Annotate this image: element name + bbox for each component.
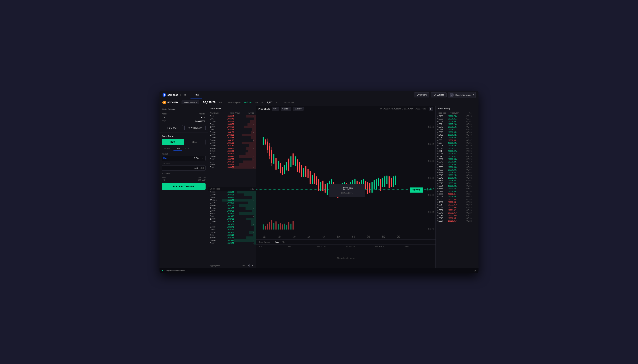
order-book-bid-row[interactable]: 25.3000 10333.00 - <box>208 199 256 202</box>
order-book-ask-row[interactable]: 0.0047 10343.75 - <box>208 128 256 131</box>
order-book-ask-row[interactable]: 0.2999 10344.35 - <box>208 120 256 123</box>
tab-fills[interactable]: Fills <box>282 241 285 243</box>
order-book-bid-row[interactable]: 1.2904 10329.35 - <box>208 207 256 210</box>
tab-open[interactable]: Open <box>275 241 279 243</box>
trade-history-row[interactable]: 0.2968 10336.80 ↗ 9:49:06 <box>436 166 478 168</box>
trade-history-row[interactable]: 0.0047 10338.05 ↗ 9:50:02 <box>436 120 478 123</box>
advanced-toggle[interactable]: Advanced ▾ <box>162 172 206 175</box>
order-book-bid-row[interactable]: 0.0999 10329.25 - <box>208 210 256 212</box>
order-book-bid-row[interactable]: 0.05 10325.75 - <box>208 234 256 236</box>
order-book-ask-row[interactable]: 3.0000 10339.25 - <box>208 155 256 158</box>
order-book-ask-row[interactable]: 2.0000 10341.95 - <box>208 142 256 144</box>
trade-history-row[interactable]: 0.3442 10336.83 ↗ 9:48:54 <box>436 190 478 193</box>
trade-history-row[interactable]: 0.0048 10332.95 ↘ 9:48:28 <box>436 212 478 214</box>
order-book-bid-row[interactable]: 0.001 10328.15 - <box>208 215 256 218</box>
market-tab[interactable]: MARKET <box>162 147 174 151</box>
order-book-bid-row[interactable]: 0.0037 10326.45 - <box>208 226 256 228</box>
trade-history-row[interactable]: 0.0952 10336.81 ↗ 9:50:14 <box>436 118 478 120</box>
order-book-bid-row[interactable]: 0.0984 10333.50 - <box>208 196 256 199</box>
trade-history-row[interactable]: 0.0076 10335.00 ↗ 9:49:02 <box>436 182 478 185</box>
trade-history-row[interactable]: 0.0023 10336.42 ↗ 9:48:53 <box>436 196 478 198</box>
trade-history-row[interactable]: 0.0093 10338.27 ↗ 9:49:28 <box>436 147 478 150</box>
max-button[interactable]: Max <box>163 157 167 159</box>
select-market-button[interactable]: Select Market ▾ <box>182 100 199 104</box>
order-book-bid-row[interactable]: 3.0000 10331.00 - <box>208 204 256 207</box>
order-book-ask-row[interactable]: 0.0688 10342.15 - <box>208 139 256 142</box>
trade-history-row[interactable]: 0.001 10332.95 ↘ 9:48:50 <box>436 204 478 206</box>
order-book-bid-row[interactable]: 0.7599 10332.90 - <box>208 202 256 204</box>
order-book-ask-row[interactable]: 2.0000 10342.85 - <box>208 134 256 136</box>
order-book-ask-row[interactable]: 0.1000 10342.65 - <box>208 136 256 139</box>
agg-decrease-button[interactable]: − <box>247 264 250 267</box>
order-book-ask-row[interactable]: 0.7599 10340.35 - <box>208 150 256 152</box>
trade-history-row[interactable]: 0.2933 10336.42 ↗ 9:49:06 <box>436 171 478 174</box>
stop-tab[interactable]: STOP <box>182 147 191 151</box>
agg-increase-button[interactable]: + <box>251 264 254 267</box>
trade-history-row[interactable]: 0.1667 10333.60 ↗ 9:48:57 <box>436 187 478 190</box>
trade-history-row[interactable]: 0.0037 10329.05 ↘ 9:48:22 <box>436 220 478 222</box>
trade-history-row[interactable]: 0.1821 10335.00 ↗ 9:49:02 <box>436 179 478 182</box>
overlay-button[interactable]: Overlay ▾ <box>293 107 304 110</box>
order-book-bid-row[interactable]: 0.1000 10327.25 - <box>208 220 256 223</box>
order-book-ask-row[interactable]: 0.6000 10341.80 - <box>208 144 256 147</box>
trade-history-row[interactable]: 0.0054 10338.46 ↗ 9:49:20 <box>436 152 478 155</box>
trade-history-row[interactable]: 0.007 10338.42 ↗ 9:45:35 <box>436 142 478 144</box>
order-book-ask-row[interactable]: 1.0007 10344.00 - <box>208 126 256 128</box>
trade-history-row[interactable]: 0.0016 10332.95 ↘ 9:48:24 <box>436 214 478 217</box>
chart-type-button[interactable]: Candle ▾ <box>281 107 291 110</box>
order-book-bid-row[interactable]: 3.0268 10329.00 - <box>208 212 256 215</box>
order-book-bid-row[interactable]: 6.0000 10325.25 - <box>208 239 256 242</box>
trade-history-row[interactable]: 0.1094 10332.96 ↘ 9:48:53 <box>436 201 478 204</box>
trade-history-row[interactable]: 0.030 10336.66 ↘ 9:49:37 <box>436 139 478 142</box>
trade-history-row[interactable]: 0.0083 10332.95 ↘ 9:48:43 <box>436 206 478 209</box>
trade-history-row[interactable]: 0.0463 10336.71 ↗ 9:49:48 <box>436 128 478 131</box>
timeframe-button[interactable]: 5m ▾ <box>272 107 279 110</box>
order-book-bid-row[interactable]: 1.0000 10327.95 - <box>208 218 256 220</box>
trade-history-row[interactable]: 0.0027 10338.63 ↗ 9:49:20 <box>436 158 478 160</box>
order-book-ask-row[interactable]: 3.14 10344.45 - <box>208 115 256 118</box>
trade-history-row[interactable]: 0.007 10335.29 ↗ 9:49:49 <box>436 123 478 126</box>
order-book-ask-row[interactable]: 0.01 10344.40 - <box>208 118 256 120</box>
trade-history-row[interactable]: 0.0023 10338.05 ↗ 9:49:48 <box>436 131 478 134</box>
trade-history-row[interactable]: 0.0076 10335.13 ↗ 9:49:48 <box>436 126 478 128</box>
order-book-ask-row[interactable]: 1.4371 10340.00 - <box>208 152 256 155</box>
trade-history-row[interactable]: 0.0046 10339.25 ↗ 9:49:06 <box>436 174 478 177</box>
trade-history-row[interactable]: 0.0093 10336.59 ↗ 9:49:30 <box>436 144 478 147</box>
order-book-bid-row[interactable]: 1.0000 10325.45 - <box>208 236 256 239</box>
trade-history-row[interactable]: 0.0046 10338.98 ↗ 9:49:02 <box>436 177 478 179</box>
trade-history-row[interactable]: 0.0463 10336.42 ↗ 9:49:48 <box>436 134 478 136</box>
trade-history-row[interactable]: 0.0353 10333.01 ↘ 9:48:54 <box>436 193 478 196</box>
trade-history-row[interactable]: 0.0024 10335.00 ↗ 9:49:01 <box>436 185 478 187</box>
trade-history-row[interactable]: 0.0234 10331.02 ↘ 9:48:28 <box>436 209 478 212</box>
order-book-bid-row[interactable]: 0.1222 10326.50 - <box>208 223 256 226</box>
order-book-bid-row[interactable]: 0.0021 10324.50 - <box>208 242 256 244</box>
limit-price-input[interactable] <box>163 166 199 170</box>
order-book-ask-row[interactable]: 1.0000 10340.65 - <box>208 147 256 150</box>
limit-tab[interactable]: LIMIT <box>174 147 182 151</box>
order-book-bid-row[interactable]: 2.5000 10334.95 - <box>208 194 256 196</box>
order-book-ask-row[interactable]: 0.132 10337.35 - <box>208 158 256 160</box>
order-book-ask-row[interactable]: 0.1000 10342.90 - <box>208 131 256 134</box>
tab-trade[interactable]: Trade <box>191 91 202 99</box>
settings-icon[interactable]: ⚙ <box>474 269 476 272</box>
trade-history-row[interactable]: 0.001 10338.42 ↗ 9:49:26 <box>436 150 478 152</box>
withdraw-button[interactable]: ⊖ WITHDRAW <box>184 125 206 130</box>
my-wallets-button[interactable]: My Wallets <box>431 92 447 98</box>
order-book-ask-row[interactable]: 3.000 10336.35 - <box>208 163 256 166</box>
deposit-button[interactable]: ⊕ DEPOSIT <box>162 125 183 130</box>
order-book-bid-row[interactable]: 0.6168 10326.30 - <box>208 231 256 234</box>
trade-history-row[interactable]: 0.005 10333.00 ↘ 9:48:53 <box>436 198 478 201</box>
amount-input[interactable] <box>167 156 199 161</box>
order-book-bid-row[interactable]: 0.0023 10326.40 - <box>208 228 256 231</box>
order-book-ask-row[interactable]: 5.601 10336.30 - <box>208 166 256 168</box>
buy-tab[interactable]: BUY <box>162 139 184 145</box>
order-book-bid-row[interactable]: 4.0045 10335.05 - <box>208 191 256 194</box>
trade-history-row[interactable]: 0.0046 10332.95 ↘ 9:48:24 <box>436 217 478 220</box>
trade-history-row[interactable]: 0.4000 10336.80 ↗ 9:49:06 <box>436 168 478 171</box>
order-book-ask-row[interactable]: 0.5922 10344.30 - <box>208 123 256 126</box>
user-menu[interactable]: SN Satoshi Nakamoto ▾ <box>448 92 476 98</box>
trade-history-row[interactable]: 0.0046 10339.23 ↗ 9:49:19 <box>436 160 478 163</box>
chart-expand-button[interactable]: ▶ <box>429 107 433 110</box>
trade-history-row[interactable]: 0.0110 10336.42 ↗ 9:49:20 <box>436 155 478 158</box>
sell-tab[interactable]: SELL <box>184 139 206 145</box>
